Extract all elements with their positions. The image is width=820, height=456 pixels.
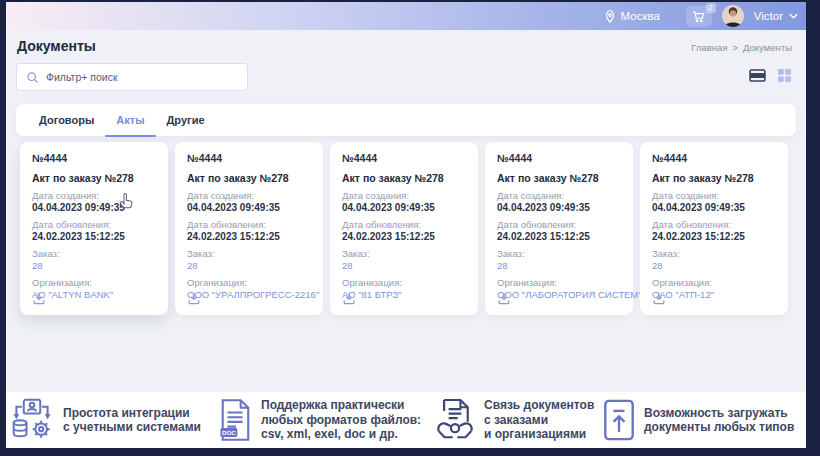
svg-text:DOC: DOC — [222, 429, 236, 436]
order-link[interactable]: 28 — [652, 260, 776, 271]
org-label: Организация: — [342, 277, 466, 288]
created-label: Дата создания: — [187, 190, 311, 201]
created-value: 04.04.2023 09:49:35 — [497, 202, 621, 213]
user-name: Victor — [754, 10, 783, 22]
features-footer: Простота интеграции с учетными системами… — [6, 392, 806, 448]
doc-title: Акт по заказу №278 — [652, 172, 776, 184]
chevron-down-icon — [789, 13, 798, 19]
location-pin-icon — [604, 9, 616, 23]
cart-button[interactable]: 2 — [686, 6, 712, 27]
avatar[interactable] — [722, 5, 744, 27]
created-label: Дата создания: — [497, 190, 621, 201]
download-button[interactable] — [187, 291, 201, 305]
updated-label: Дата обновления: — [497, 219, 621, 230]
tab-akty[interactable]: Акты — [105, 104, 155, 136]
doc-title: Акт по заказу №278 — [32, 172, 156, 184]
doc-formats-icon: DOC — [218, 398, 252, 442]
org-label: Организация: — [652, 277, 776, 288]
feature-text: Простота интеграции с учетными системами — [63, 406, 201, 435]
tab-dogovory[interactable]: Договоры — [28, 104, 105, 136]
grid-view-icon[interactable] — [777, 68, 792, 83]
cards-row: №4444 Акт по заказу №278 Дата создания: … — [20, 142, 788, 315]
page-title: Документы — [17, 38, 96, 54]
doc-number: №4444 — [32, 152, 156, 164]
doc-title: Акт по заказу №278 — [342, 172, 466, 184]
feature-upload: Возможность загружать документы любых ти… — [603, 399, 794, 441]
updated-value: 24.02.2023 15:12:25 — [32, 231, 156, 242]
top-header: Москва 2 — [6, 2, 806, 30]
created-label: Дата создания: — [652, 190, 776, 201]
view-toggles — [749, 68, 792, 83]
order-label: Заказ: — [32, 248, 156, 259]
created-value: 04.04.2023 09:49:35 — [342, 202, 466, 213]
order-link[interactable]: 28 — [342, 260, 466, 271]
org-label: Организация: — [32, 277, 156, 288]
order-link[interactable]: 28 — [497, 260, 621, 271]
download-button[interactable] — [497, 291, 511, 305]
updated-value: 24.02.2023 15:12:25 — [652, 231, 776, 242]
created-value: 04.04.2023 09:49:35 — [32, 202, 156, 213]
doc-number: №4444 — [652, 152, 776, 164]
tabbar: Договоры Акты Другие — [16, 104, 796, 136]
order-label: Заказ: — [187, 248, 311, 259]
org-link[interactable]: АО "ALTYN BANK" — [32, 289, 156, 300]
org-link[interactable]: ООО "УРАЛПРОГРЕСС-2216" — [187, 289, 311, 300]
updated-value: 24.02.2023 15:12:25 — [187, 231, 311, 242]
doc-number: №4444 — [187, 152, 311, 164]
org-link[interactable]: АО "81 БТРЗ" — [342, 289, 466, 300]
org-link[interactable]: ОАО "АТП-12" — [652, 289, 776, 300]
document-card[interactable]: №4444 Акт по заказу №278 Дата создания: … — [330, 142, 478, 315]
feature-links: Связь документов с заказами и организаци… — [435, 398, 594, 442]
cart-badge: 2 — [706, 3, 716, 13]
document-card[interactable]: №4444 Акт по заказу №278 Дата создания: … — [485, 142, 633, 315]
list-view-icon[interactable] — [749, 69, 766, 82]
download-button[interactable] — [32, 291, 46, 305]
updated-label: Дата обновления: — [32, 219, 156, 230]
doc-number: №4444 — [497, 152, 621, 164]
document-card[interactable]: №4444 Акт по заказу №278 Дата создания: … — [20, 142, 168, 315]
breadcrumb-home[interactable]: Главная — [691, 42, 727, 53]
org-link[interactable]: ООО "ЛАБОРАТОРИЯ СИСТЕМ" — [497, 289, 621, 300]
breadcrumb-current: Документы — [743, 42, 792, 53]
updated-label: Дата обновления: — [187, 219, 311, 230]
updated-label: Дата обновления: — [342, 219, 466, 230]
created-label: Дата создания: — [32, 190, 156, 201]
feature-integration: Простота интеграции с учетными системами — [10, 398, 201, 442]
created-value: 04.04.2023 09:49:35 — [652, 202, 776, 213]
integration-icon — [10, 398, 54, 442]
download-button[interactable] — [342, 291, 356, 305]
order-label: Заказ: — [342, 248, 466, 259]
feature-text: Поддержка практически любых форматов фай… — [261, 398, 421, 442]
created-value: 04.04.2023 09:49:35 — [187, 202, 311, 213]
user-menu[interactable]: Victor — [754, 10, 798, 22]
order-label: Заказ: — [652, 248, 776, 259]
doc-title: Акт по заказу №278 — [187, 172, 311, 184]
updated-value: 24.02.2023 15:12:25 — [342, 231, 466, 242]
breadcrumb-separator: > — [732, 42, 738, 53]
org-label: Организация: — [187, 277, 311, 288]
order-label: Заказ: — [497, 248, 621, 259]
breadcrumb: Главная > Документы — [691, 42, 792, 53]
feature-text: Возможность загружать документы любых ти… — [644, 406, 794, 435]
docs-link-icon — [435, 398, 475, 442]
document-card[interactable]: №4444 Акт по заказу №278 Дата создания: … — [640, 142, 788, 315]
app-root: Москва 2 — [0, 0, 820, 456]
tab-drugie[interactable]: Другие — [156, 104, 216, 136]
updated-value: 24.02.2023 15:12:25 — [497, 231, 621, 242]
created-label: Дата создания: — [342, 190, 466, 201]
location-label: Москва — [621, 10, 660, 22]
search-box — [16, 63, 248, 91]
feature-text: Связь документов с заказами и организаци… — [484, 398, 594, 442]
search-input[interactable] — [46, 71, 238, 83]
cart-icon — [692, 10, 706, 23]
document-card[interactable]: №4444 Акт по заказу №278 Дата создания: … — [175, 142, 323, 315]
order-link[interactable]: 28 — [187, 260, 311, 271]
order-link[interactable]: 28 — [32, 260, 156, 271]
feature-formats: DOC Поддержка практически любых форматов… — [218, 398, 421, 442]
doc-number: №4444 — [342, 152, 466, 164]
updated-label: Дата обновления: — [652, 219, 776, 230]
download-button[interactable] — [652, 291, 666, 305]
doc-title: Акт по заказу №278 — [497, 172, 621, 184]
location-selector[interactable]: Москва — [604, 9, 660, 23]
header-right: Москва 2 — [604, 2, 798, 30]
